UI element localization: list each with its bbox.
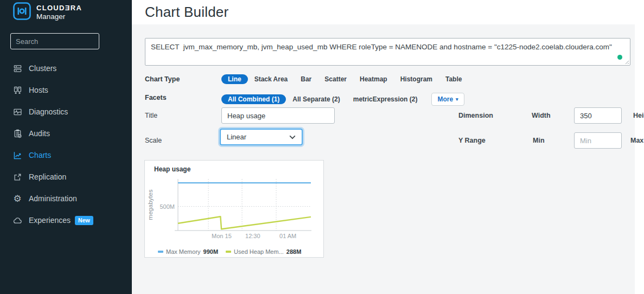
min-label: Min [533, 132, 545, 149]
chart-type-heatmap[interactable]: Heatmap [353, 74, 394, 84]
line-chart-plot: Mon 1512:3001 AM500Mmegabytes [145, 161, 324, 245]
tsquery-input[interactable]: SELECT jvm_max_memory_mb, jvm_heap_used_… [145, 38, 630, 66]
facets-label: Facets [145, 92, 167, 103]
sidebar-item-charts[interactable]: Charts [0, 144, 132, 166]
y-tick-label: 500M [160, 203, 175, 210]
x-tick-label: Mon 15 [212, 233, 232, 239]
audits-icon [12, 129, 22, 138]
charts-icon [12, 150, 22, 160]
brand-product: Manager [36, 12, 82, 21]
sidebar-item-hosts[interactable]: Hosts [0, 79, 132, 101]
chart-type-histogram[interactable]: Histogram [394, 74, 439, 84]
facets-options: All Combined (1)All Separate (2)metricEx… [221, 93, 464, 106]
sidebar-item-label: Clusters [29, 64, 56, 73]
chart-builder-page: CLOUDƎRA Manager ClustersHostsDiagnostic… [0, 0, 644, 294]
x-tick-label: 01 AM [279, 233, 296, 239]
query-status-dot [617, 55, 622, 60]
sidebar-item-label: Hosts [29, 86, 48, 94]
facet-all-separate-2[interactable]: All Separate (2) [286, 94, 346, 104]
sidebar-item-label: Charts [29, 151, 51, 159]
yrange-label: Y Range [458, 132, 486, 149]
sidebar-item-administration[interactable]: ⚙Administration [0, 188, 132, 209]
administration-icon: ⚙ [12, 194, 22, 203]
max-memory-swatch-icon [158, 251, 163, 253]
brand[interactable]: CLOUDƎRA Manager [0, 0, 132, 22]
right-gutter [635, 24, 644, 294]
sidebar-item-label: Experiences [29, 216, 71, 225]
sidebar-item-label: Diagnostics [29, 107, 68, 116]
scale-select[interactable]: Linear [220, 129, 303, 145]
page-title: Chart Builder [145, 4, 228, 21]
min-input[interactable] [574, 132, 622, 149]
series-line-used-heap-mem [178, 216, 311, 229]
chart-type-scatter[interactable]: Scatter [318, 74, 353, 84]
legend-name: Used Heap Mem... [234, 248, 284, 255]
main-area: Chart Builder SELECT jvm_max_memory_mb, … [132, 0, 644, 294]
width-label: Width [532, 107, 551, 124]
scale-label: Scale [145, 132, 162, 149]
caret-down-icon: ▾ [456, 97, 458, 102]
sidebar-item-label: Replication [29, 172, 66, 181]
brand-text: CLOUDƎRA Manager [36, 2, 82, 21]
legend-item-used-heap: Used Heap Mem... 288M [226, 248, 301, 255]
y-axis-label: megabytes [147, 189, 154, 220]
sidebar-item-label: Audits [29, 129, 50, 138]
experiences-icon [12, 215, 22, 225]
chart-preview-card: Heap usage Mon 1512:3001 AM500Mmegabytes… [144, 160, 324, 258]
sidebar-item-audits[interactable]: Audits [0, 123, 132, 144]
facets-more-button[interactable]: More▾ [431, 93, 464, 106]
sidebar-item-replication[interactable]: Replication [0, 166, 132, 188]
sidebar: CLOUDƎRA Manager ClustersHostsDiagnostic… [0, 0, 132, 294]
title-label: Title [145, 107, 157, 124]
chevron-down-icon [289, 133, 296, 141]
height-label: Height [633, 107, 644, 124]
title-input[interactable] [221, 107, 335, 124]
content-panel: SELECT jvm_max_memory_mb, jvm_heap_used_… [132, 24, 644, 294]
width-input[interactable] [574, 107, 622, 124]
new-badge: New [75, 216, 93, 225]
chart-type-stack-area[interactable]: Stack Area [248, 74, 295, 84]
max-label: Max [630, 132, 643, 149]
more-label: More [437, 95, 453, 103]
dimension-label: Dimension [458, 107, 493, 124]
legend-item-max-memory: Max Memory 990M [158, 248, 218, 255]
chart-type-label: Chart Type [145, 74, 180, 85]
cloudera-logo-icon [13, 2, 31, 22]
chart-type-line[interactable]: Line [221, 74, 248, 84]
sidebar-nav: ClustersHostsDiagnosticsAuditsChartsRepl… [0, 57, 132, 231]
chart-type-options: LineStack AreaBarScatterHeatmapHistogram… [221, 74, 468, 84]
facet-all-combined-1[interactable]: All Combined (1) [221, 94, 286, 104]
chart-type-table[interactable]: Table [439, 74, 468, 84]
sidebar-item-experiences[interactable]: ExperiencesNew [0, 209, 132, 231]
topbar: Chart Builder [132, 0, 644, 24]
sidebar-item-clusters[interactable]: Clusters [0, 57, 132, 79]
clusters-icon [12, 63, 22, 73]
diagnostics-icon [12, 107, 22, 117]
used-heap-swatch-icon [226, 251, 231, 253]
chart-type-bar[interactable]: Bar [294, 74, 318, 84]
hosts-icon [12, 85, 22, 95]
scale-select-value: Linear [227, 133, 246, 141]
legend-value: 990M [203, 248, 219, 255]
sidebar-item-label: Administration [29, 194, 77, 203]
replication-icon [12, 172, 22, 182]
sidebar-item-diagnostics[interactable]: Diagnostics [0, 101, 132, 123]
brand-name: CLOUDƎRA [36, 4, 82, 12]
facet-metricexpression-2[interactable]: metricExpression (2) [347, 94, 424, 104]
search-input[interactable] [10, 33, 99, 49]
x-tick-label: 12:30 [245, 233, 260, 239]
legend-name: Max Memory [166, 248, 201, 255]
chart-legend: Max Memory 990M Used Heap Mem... 288M [158, 248, 301, 255]
legend-value: 288M [286, 248, 302, 255]
